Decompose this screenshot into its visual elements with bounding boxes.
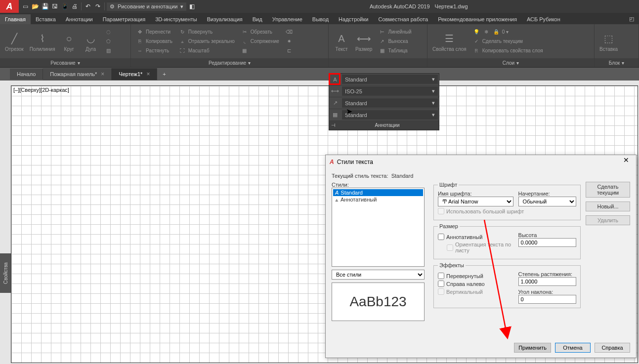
bigfont-checkbox (438, 208, 444, 214)
size-group: Размер Аннотативный Ориентация текста по… (433, 223, 581, 259)
font-style-select[interactable]: Обычный (518, 197, 576, 206)
workspace-label: Рисование и аннотации (118, 3, 177, 9)
move-button[interactable]: ✥Перенести (134, 28, 174, 37)
polyline-button[interactable]: ⌇Полилиния (28, 30, 57, 53)
annotative-label: Аннотативный (446, 234, 482, 240)
close-icon[interactable]: × (101, 71, 104, 78)
workspace-selector[interactable]: ⚙ Рисование и аннотации ▾ (107, 2, 186, 11)
trim-button[interactable]: ✂Обрезать (239, 28, 281, 37)
new-tab-button[interactable]: + (157, 71, 171, 77)
share-icon[interactable]: ◧ (187, 2, 196, 11)
style-list[interactable]: AStandard ⟁Аннотативный (332, 188, 425, 267)
dim-style-selector[interactable]: ISO-25▾ (342, 86, 438, 96)
fillet-button[interactable]: ◟Сопряжение (239, 37, 281, 46)
quick-access-toolbar: ▭ 📂 💾 🖫 📱 🖨 ↶ ↷ ⚙ Рисование и аннотации … (19, 2, 198, 11)
copy-button[interactable]: ⎘Копировать (134, 37, 174, 46)
text-button[interactable]: AТекст (332, 30, 351, 53)
cancel-button[interactable]: Отмена (555, 343, 591, 353)
save-icon[interactable]: 💾 (41, 2, 49, 11)
table-style-icon[interactable]: ▦ (329, 109, 341, 121)
tab-3dtools[interactable]: 3D-инструменты (150, 14, 202, 24)
table-style-selector[interactable]: Standard▾ (342, 110, 438, 120)
panel-title-block: Блок (609, 60, 620, 66)
dialog-titlebar[interactable]: AСтили текста ✕ (326, 155, 636, 169)
tab-focus-icon[interactable]: ◰ (624, 14, 639, 24)
plot-icon[interactable]: 🖨 (70, 2, 79, 11)
close-icon[interactable]: × (146, 71, 150, 78)
tab-output[interactable]: Вывод (307, 14, 334, 24)
new-style-button[interactable]: Новый... (586, 202, 630, 211)
tab-manage[interactable]: Управление (267, 14, 307, 24)
small-draw-2[interactable]: ⬠ (103, 37, 115, 46)
style-item-standard[interactable]: AStandard (333, 189, 423, 196)
oblique-input[interactable] (518, 295, 576, 304)
small-draw-1[interactable]: ◌ (103, 28, 115, 37)
tab-collab[interactable]: Совместная работа (373, 14, 433, 24)
upside-checkbox[interactable] (438, 273, 444, 279)
leader-style-selector[interactable]: Standard▾ (342, 98, 438, 108)
dimension-button[interactable]: ⟷Размер (353, 30, 374, 53)
undo-icon[interactable]: ↶ (84, 2, 92, 11)
tab-home[interactable]: Главная (0, 14, 31, 24)
app-menu-icon[interactable]: A (0, 0, 19, 13)
backwards-checkbox[interactable] (438, 281, 444, 287)
set-current-button[interactable]: Сделать текущим (586, 182, 630, 198)
explode-button[interactable]: ✷ (283, 37, 295, 46)
style-item-annotative[interactable]: ⟁Аннотативный (333, 196, 423, 203)
small-draw-3[interactable]: ▧ (103, 46, 115, 55)
arc-button[interactable]: ◡Дуга (81, 30, 101, 53)
tab-asb[interactable]: АСБ Рубикон (522, 14, 565, 24)
dialog-close-button[interactable]: ✕ (620, 156, 632, 168)
leader-button[interactable]: ↗Выноска (376, 37, 413, 46)
anno-panel-title: ⊣Аннотации (329, 121, 439, 130)
apply-button[interactable]: Применить (514, 343, 551, 353)
ribbon: ╱Отрезок ⌇Полилиния ○Круг ◡Дуга ◌ ⬠ ▧ Ри… (0, 24, 639, 68)
layer-props-button[interactable]: ☰Свойства слоя (430, 30, 469, 53)
effects-group: Эффекты Перевернутый Справа налево Верти… (433, 262, 581, 308)
table-button[interactable]: ▦Таблица (376, 46, 413, 55)
tab-addins[interactable]: Надстройки (334, 14, 373, 24)
tab-apps[interactable]: Рекомендованные приложения (433, 14, 522, 24)
width-factor-input[interactable] (518, 277, 576, 286)
stretch-button[interactable]: ↔Растянуть (134, 46, 174, 55)
text-style-selector[interactable]: Standard▾ (342, 75, 438, 84)
array-button[interactable]: ▦ (239, 46, 281, 55)
height-label: Высота (518, 232, 576, 238)
mobile-icon[interactable]: 📱 (60, 2, 69, 11)
tab-annotate[interactable]: Аннотации (61, 14, 98, 24)
tab-view[interactable]: Вид (248, 14, 267, 24)
viewport-label[interactable]: [–][Сверху][2D-каркас] (13, 87, 69, 93)
doc-tab-1[interactable]: Пожарная панель*× (43, 68, 112, 80)
text-style-icon[interactable]: A (329, 74, 341, 85)
circle-button[interactable]: ○Круг (59, 30, 79, 53)
tab-parametric[interactable]: Параметризация (98, 14, 150, 24)
style-filter-select[interactable]: Все стили (332, 270, 425, 280)
erase-button[interactable]: ⌫ (283, 28, 295, 37)
scale-button[interactable]: ⛶Масштаб (176, 46, 237, 55)
doc-tab-2[interactable]: Чертеж1*× (112, 68, 157, 80)
redo-icon[interactable]: ↷ (93, 2, 102, 11)
font-name-select[interactable]: Ͳ Arial Narrow (438, 197, 513, 206)
linear-dim-button[interactable]: ⊢Линейный (376, 28, 413, 37)
insert-block-button[interactable]: ⬚Вставка (597, 30, 620, 53)
help-button[interactable]: Справка (595, 343, 630, 353)
offset-button[interactable]: ⊏ (283, 46, 295, 55)
tab-visualize[interactable]: Визуализация (202, 14, 248, 24)
mirror-button[interactable]: ⟁Отразить зеркально (176, 37, 237, 46)
leader-style-icon[interactable]: ↗ (329, 97, 341, 109)
height-input[interactable] (518, 238, 576, 247)
annotative-checkbox[interactable] (438, 234, 444, 240)
panel-layers: ☰Свойства слоя 💡❄🔒 0 ▾ ✓Сделать текущим … (427, 24, 595, 67)
saveas-icon[interactable]: 🖫 (50, 2, 59, 11)
new-icon[interactable]: ▭ (21, 2, 30, 11)
doc-tab-start[interactable]: Начало (10, 69, 43, 80)
tab-insert[interactable]: Вставка (31, 14, 61, 24)
line-button[interactable]: ╱Отрезок (3, 30, 26, 53)
open-icon[interactable]: 📂 (31, 2, 40, 11)
copy-props-button[interactable]: ⎘Копировать свойства слоя (470, 46, 579, 55)
properties-palette-tab[interactable]: Свойства (0, 253, 11, 293)
dim-style-icon[interactable]: ⟷ (329, 85, 341, 97)
rotate-button[interactable]: ↻Повернуть (176, 28, 237, 37)
make-current-button[interactable]: ✓Сделать текущим (470, 37, 579, 46)
layer-states[interactable]: 💡❄🔒 0 ▾ (470, 28, 579, 37)
